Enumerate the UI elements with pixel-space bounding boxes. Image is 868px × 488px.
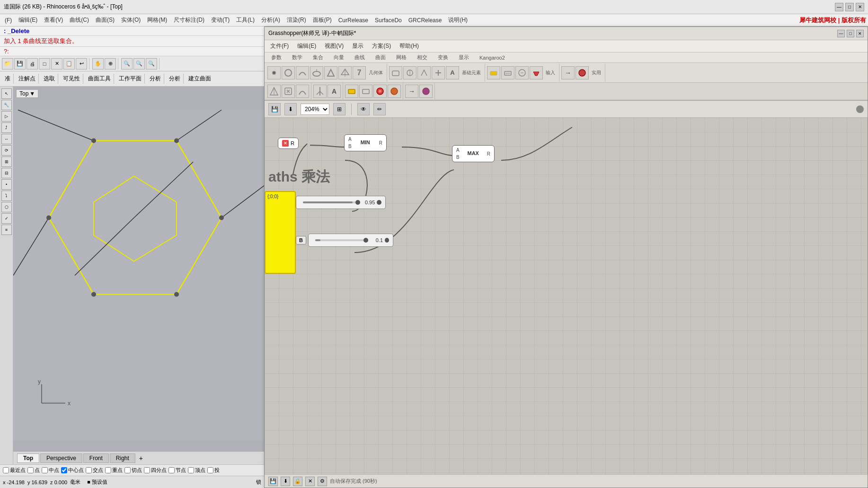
menu-item-file[interactable]: (F): [2, 16, 15, 25]
snap-quad[interactable]: 四分点: [144, 467, 167, 474]
gh-btn-basic2[interactable]: [403, 66, 416, 79]
gh-slider2[interactable]: 0.1: [308, 234, 393, 247]
gh-tab-params[interactable]: 参数: [266, 53, 286, 62]
gh-savebar-close[interactable]: ✕: [305, 477, 315, 486]
gh-tb2-btn9[interactable]: [388, 85, 401, 98]
undo-button[interactable]: □: [39, 58, 50, 70]
gh-slider1[interactable]: 0.95: [296, 196, 386, 209]
menu-item-analyze[interactable]: 分析(A): [258, 15, 283, 25]
add-viewport-button[interactable]: +: [136, 453, 146, 463]
gh-erase-btn[interactable]: ✏: [373, 103, 386, 115]
gh-menu-edit[interactable]: 编辑(E): [293, 41, 320, 51]
tab-top[interactable]: Top: [17, 453, 39, 463]
tb2-workplane[interactable]: 工作平面: [116, 74, 145, 84]
gh-zoom-select[interactable]: 204%: [301, 104, 329, 115]
gh-zoom-fit-btn[interactable]: ⊞: [333, 103, 345, 115]
menu-item-tools[interactable]: 工具(L): [233, 15, 257, 25]
snap-intersect-check[interactable]: [86, 467, 92, 473]
gh-btn-brep[interactable]: [338, 66, 352, 79]
gh-tb2-btn4[interactable]: [313, 85, 327, 98]
viewport-label[interactable]: Top ▼: [16, 89, 38, 98]
maximize-button[interactable]: □: [845, 3, 854, 11]
save-button[interactable]: 💾: [14, 58, 26, 70]
menu-item-curve[interactable]: 曲线(C): [67, 15, 92, 25]
snap-point-check[interactable]: [27, 467, 34, 473]
gh-btn-input2[interactable]: [501, 66, 514, 79]
zoom-sel-button[interactable]: 🔍: [146, 58, 157, 70]
snap-heavy[interactable]: 重点: [105, 467, 123, 474]
gh-menu-help[interactable]: 帮助(H): [396, 41, 423, 51]
snap-knot[interactable]: 节点: [168, 467, 186, 474]
menu-item-render[interactable]: 渲染(R): [284, 15, 309, 25]
gh-menu-view[interactable]: 视图(V): [321, 41, 347, 51]
zoom-ext-button[interactable]: 🔍: [133, 58, 145, 70]
gh-btn-util2[interactable]: [576, 66, 589, 79]
gh-max-node[interactable]: A B MAX R: [452, 145, 495, 162]
gh-btn-surface[interactable]: [310, 66, 323, 79]
tool-7[interactable]: ⊟: [1, 168, 12, 178]
snap-point[interactable]: 点: [27, 467, 40, 474]
zoom-in-button[interactable]: ⊕: [105, 58, 116, 70]
snap-midpoint[interactable]: 中点: [42, 467, 59, 474]
tb2-prep[interactable]: 准: [2, 74, 14, 84]
gh-btn-num[interactable]: 7: [353, 66, 366, 79]
snap-vertex[interactable]: 顶点: [188, 467, 205, 474]
menu-item-surface[interactable]: 曲面(S): [93, 15, 117, 25]
undo2-button[interactable]: ↩: [76, 58, 87, 70]
gh-tab-sets[interactable]: 集合: [308, 53, 328, 62]
gh-btn-input3[interactable]: [515, 66, 529, 79]
tool-12[interactable]: ≡: [1, 225, 12, 235]
gh-btn-circle[interactable]: [282, 66, 295, 79]
tab-front[interactable]: Front: [83, 453, 109, 463]
tool-select[interactable]: ↖: [1, 88, 12, 99]
gh-max-button[interactable]: □: [847, 30, 854, 37]
gh-slider1-track[interactable]: [303, 201, 358, 203]
tool-9[interactable]: ⤵: [1, 191, 12, 201]
tool-6[interactable]: ⊞: [1, 157, 12, 167]
gh-tb2-btn5[interactable]: A: [328, 85, 341, 98]
menu-item-panel[interactable]: 面板(P): [310, 15, 335, 25]
gh-btn-basic3[interactable]: [417, 66, 431, 79]
menu-item-help[interactable]: 说明(H): [445, 15, 470, 25]
tool-5[interactable]: ⟳: [1, 145, 12, 156]
tab-perspective[interactable]: Perspective: [40, 453, 82, 463]
gh-yellow-panel[interactable]: {;0;0}: [265, 191, 296, 274]
gh-btn-input1[interactable]: [487, 66, 500, 79]
snap-center-check[interactable]: [61, 467, 67, 473]
gh-tab-surface[interactable]: 曲面: [371, 53, 390, 62]
gh-btn-util1[interactable]: →: [561, 66, 575, 79]
snap-knot-check[interactable]: [168, 467, 175, 473]
print-button[interactable]: 🖨: [27, 58, 38, 70]
cut-button[interactable]: ✕: [51, 58, 62, 70]
menu-item-edit[interactable]: 编辑(E): [16, 15, 40, 25]
gh-canvas[interactable]: aths 乘法 ✕ R A B MIN R: [265, 118, 868, 474]
gh-tab-vector[interactable]: 向量: [329, 53, 349, 62]
snap-tangent-check[interactable]: [124, 467, 131, 473]
gh-savebar-settings[interactable]: ⚙: [318, 477, 327, 486]
tb2-analyze[interactable]: 分析: [147, 74, 164, 84]
gh-savebar-bake[interactable]: 🔒: [293, 477, 302, 486]
snap-project-check[interactable]: [207, 467, 213, 473]
snap-nearest[interactable]: 最近点: [3, 467, 26, 474]
tool-3[interactable]: ⤴: [1, 122, 12, 133]
gh-btn-mesh[interactable]: [324, 66, 337, 79]
gh-min-button[interactable]: —: [837, 30, 845, 37]
gh-btn-basic1[interactable]: [389, 66, 402, 79]
tb2-select[interactable]: 选取: [41, 74, 58, 84]
gh-btn-curve[interactable]: [296, 66, 309, 79]
snap-nearest-check[interactable]: [3, 467, 9, 473]
close-button[interactable]: ✕: [856, 3, 864, 11]
tb2-analyze2[interactable]: 分析: [166, 74, 184, 84]
gh-saveas-btn[interactable]: ⬇: [284, 103, 297, 115]
gh-btn-point[interactable]: [267, 66, 281, 79]
tool-11[interactable]: ✓: [1, 213, 12, 224]
gh-menu-display[interactable]: 显示: [348, 41, 367, 51]
gh-tb2-btn1[interactable]: [267, 85, 281, 98]
tb2-surface-tools[interactable]: 曲面工具: [85, 74, 114, 84]
viewport-canvas[interactable]: Top ▼: [13, 87, 264, 464]
gh-tab-curve[interactable]: 曲线: [350, 53, 370, 62]
gh-menu-solution[interactable]: 方案(S): [368, 41, 395, 51]
tool-8[interactable]: •: [1, 179, 12, 190]
snap-tangent[interactable]: 切点: [124, 467, 142, 474]
gh-tab-display[interactable]: 显示: [454, 53, 474, 62]
